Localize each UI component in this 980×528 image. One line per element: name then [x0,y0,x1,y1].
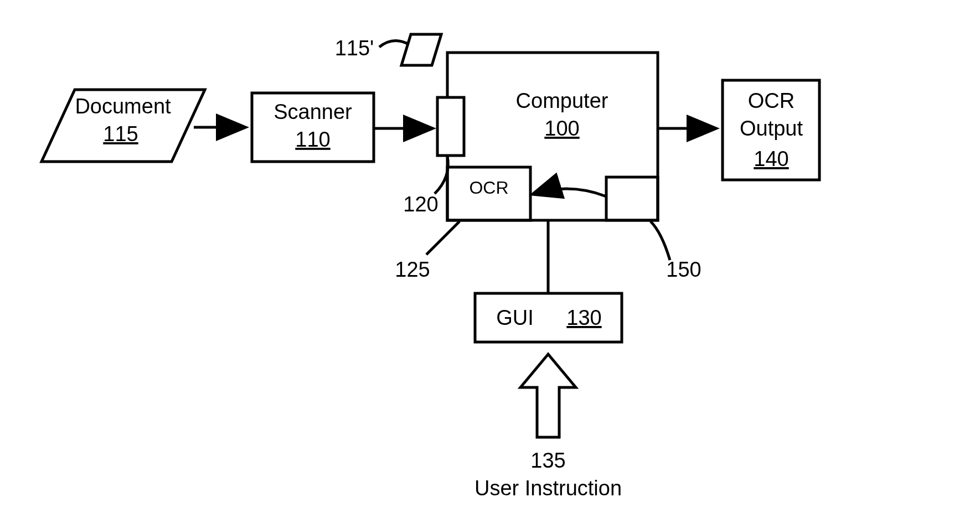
computer-ref: 100 [544,117,579,140]
leader-125 [426,221,460,255]
image-alt-ref: 115' [335,37,374,60]
user-instruction-ref: 135 [530,449,565,472]
input-port-block [437,97,464,156]
scanner-ref: 110 [295,128,330,151]
sub-block [606,177,658,220]
sub-block-ref: 150 [666,258,701,281]
image-alt-block [401,34,441,65]
scanner-label: Scanner [274,100,352,123]
leader-115prime [379,41,409,47]
document-ref: 115 [103,122,138,146]
input-port-ref: 120 [403,193,438,216]
ocr-label: OCR [469,178,508,198]
output-ref: 140 [754,147,788,170]
output-label2: Output [740,117,803,140]
document-label: Document [75,95,171,118]
output-label1: OCR [748,89,795,112]
gui-ref: 130 [566,306,601,329]
computer-label: Computer [516,89,608,112]
user-instruction-label: User Instruction [474,477,622,500]
arrow-150-ocr [534,189,606,196]
leader-150 [651,221,670,260]
gui-label: GUI [496,306,534,329]
ocr-ref: 125 [395,258,430,281]
block-arrow-user-instruction [520,354,576,437]
